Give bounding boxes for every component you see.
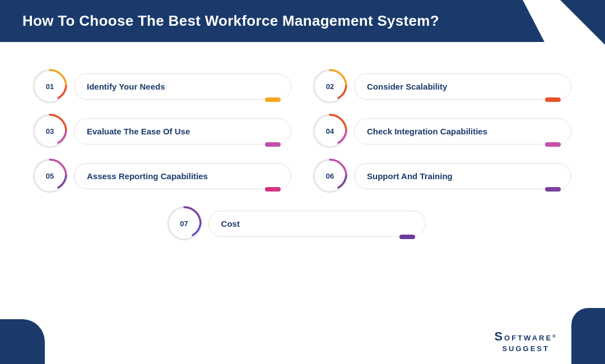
circle-06: 06: [314, 160, 346, 192]
logo-reg: ®: [552, 333, 557, 338]
pill-accent-01: [265, 97, 281, 102]
pill-accent-05: [265, 187, 281, 192]
pill-accent-03: [265, 142, 281, 147]
page-title: How To Choose The Best Workforce Managem…: [22, 12, 439, 29]
page-container: How To Choose The Best Workforce Managem…: [0, 0, 605, 364]
item-05: 05 Assess Reporting Capabilities: [34, 160, 291, 192]
item-04: 04 Check Integration Capabilities: [314, 115, 571, 147]
item-label-06: Support And Training: [367, 171, 453, 181]
circle-03: 03: [34, 115, 66, 147]
logo-s: S: [494, 329, 504, 343]
item-label-01: Identify Your Needs: [87, 82, 165, 91]
item-07: 07 Cost: [168, 207, 426, 240]
item-label-04: Check Integration Capabilities: [367, 127, 487, 136]
logo: SOFTWARE®SUGGEST: [494, 329, 557, 354]
header-triangle-accent: [560, 0, 605, 45]
center-row: 07 Cost: [34, 207, 571, 240]
item-01: 01 Identify Your Needs: [34, 70, 291, 102]
pill-accent-04: [545, 142, 561, 147]
corner-bottom-left: [0, 319, 45, 364]
item-02: 02 Consider Scalability: [314, 70, 571, 102]
item-06: 06 Support And Training: [314, 160, 571, 192]
logo-text: SOFTWARE®SUGGEST: [494, 329, 557, 354]
pill-accent-06: [545, 187, 561, 192]
item-label-07: Cost: [221, 219, 240, 228]
item-03: 03 Evaluate The Ease Of Use: [34, 115, 291, 147]
item-label-05: Assess Reporting Capabilities: [87, 171, 208, 181]
circle-04: 04: [314, 115, 346, 147]
header: How To Choose The Best Workforce Managem…: [0, 0, 544, 42]
circle-05: 05: [34, 160, 66, 192]
circle-07: 07: [168, 207, 201, 240]
pill-accent-02: [545, 97, 561, 102]
corner-bottom-right: [571, 308, 605, 364]
circle-02: 02: [314, 70, 346, 102]
item-label-02: Consider Scalability: [367, 82, 447, 91]
pill-accent-07: [399, 235, 415, 239]
circle-01: 01: [34, 70, 66, 102]
item-label-03: Evaluate The Ease Of Use: [87, 127, 190, 136]
content-grid: 01 Identify Your Needs 02: [0, 48, 605, 256]
